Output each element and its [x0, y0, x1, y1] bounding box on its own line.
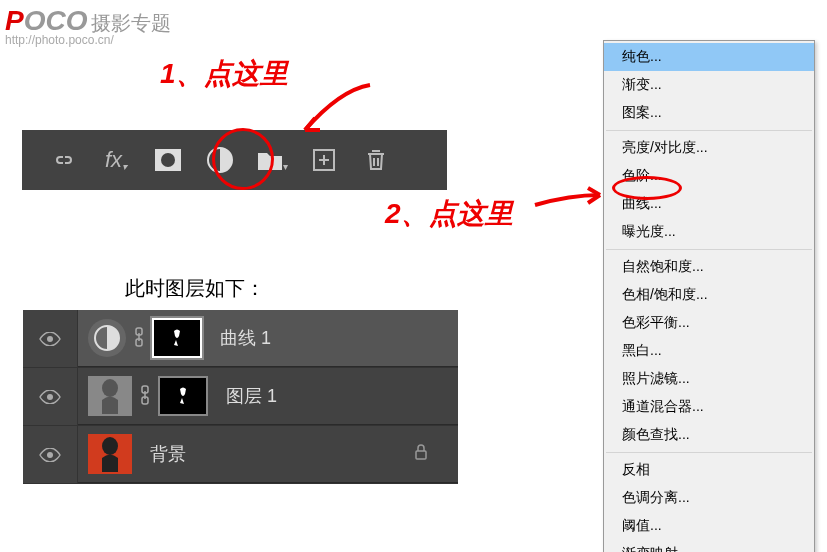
menu-separator — [606, 130, 812, 131]
menu-item[interactable]: 色彩平衡... — [604, 309, 814, 337]
menu-separator — [606, 452, 812, 453]
logo-gray: OCO — [24, 5, 88, 36]
menu-item[interactable]: 曝光度... — [604, 218, 814, 246]
layers-caption: 此时图层如下： — [125, 275, 265, 302]
menu-item[interactable]: 颜色查找... — [604, 421, 814, 449]
svg-point-9 — [47, 394, 53, 400]
logo-cn: 摄影专题 — [91, 12, 171, 34]
layer-row-curves[interactable]: 曲线 1 — [23, 310, 458, 368]
annotation-text-2: 2、点这里 — [385, 195, 513, 233]
menu-item[interactable]: 阈值... — [604, 512, 814, 540]
menu-item[interactable]: 渐变... — [604, 71, 814, 99]
svg-point-10 — [102, 379, 118, 397]
menu-item[interactable]: 色相/饱和度... — [604, 281, 814, 309]
link-icon[interactable] — [42, 138, 86, 182]
watermark: POCO摄影专题 http://photo.poco.cn/ — [5, 5, 171, 47]
menu-item[interactable]: 反相 — [604, 456, 814, 484]
svg-point-1 — [161, 153, 175, 167]
mask-icon[interactable] — [146, 138, 190, 182]
layer-mask-thumb[interactable] — [152, 318, 202, 358]
adjustment-layer-menu: 纯色...渐变...图案...亮度/对比度...色阶...曲线...曝光度...… — [603, 40, 815, 552]
layer-thumb[interactable] — [88, 376, 132, 416]
annotation-arrow-2 — [530, 185, 605, 215]
layers-panel: 曲线 1 图层 1 背景 — [23, 310, 458, 484]
new-layer-icon[interactable] — [302, 138, 346, 182]
layer-row-1[interactable]: 图层 1 — [23, 368, 458, 426]
layer-mask-thumb[interactable] — [158, 376, 208, 416]
annotation-text-1: 1、点这里 — [160, 55, 288, 93]
svg-point-14 — [47, 452, 53, 458]
menu-separator — [606, 249, 812, 250]
annotation-arrow-1 — [290, 80, 380, 140]
menu-item[interactable]: 亮度/对比度... — [604, 134, 814, 162]
layer-name[interactable]: 背景 — [150, 442, 406, 466]
menu-item[interactable]: 色调分离... — [604, 484, 814, 512]
visibility-icon[interactable] — [23, 426, 78, 483]
menu-item[interactable]: 黑白... — [604, 337, 814, 365]
layer-link-icon[interactable] — [134, 327, 144, 350]
menu-item[interactable]: 图案... — [604, 99, 814, 127]
menu-item[interactable]: 自然饱和度... — [604, 253, 814, 281]
curves-adjustment-icon — [88, 319, 126, 357]
layer-row-background[interactable]: 背景 — [23, 426, 458, 484]
svg-rect-16 — [416, 451, 426, 459]
layer-link-icon[interactable] — [140, 385, 150, 408]
svg-point-15 — [102, 437, 118, 455]
lock-icon[interactable] — [414, 444, 428, 464]
layer-name[interactable]: 图层 1 — [226, 384, 458, 408]
menu-item[interactable]: 渐变映射... — [604, 540, 814, 552]
delete-icon[interactable] — [354, 138, 398, 182]
annotation-circle-2 — [612, 176, 682, 200]
menu-item[interactable]: 通道混合器... — [604, 393, 814, 421]
svg-point-4 — [47, 336, 53, 342]
annotation-circle-1 — [212, 128, 274, 190]
layer-name[interactable]: 曲线 1 — [220, 326, 458, 350]
visibility-icon[interactable] — [23, 368, 78, 425]
visibility-icon[interactable] — [23, 310, 78, 367]
logo-red: P — [5, 5, 24, 36]
menu-item[interactable]: 纯色... — [604, 43, 814, 71]
fx-icon[interactable]: fx▾ — [94, 138, 138, 182]
menu-item[interactable]: 照片滤镜... — [604, 365, 814, 393]
layer-thumb[interactable] — [88, 434, 132, 474]
